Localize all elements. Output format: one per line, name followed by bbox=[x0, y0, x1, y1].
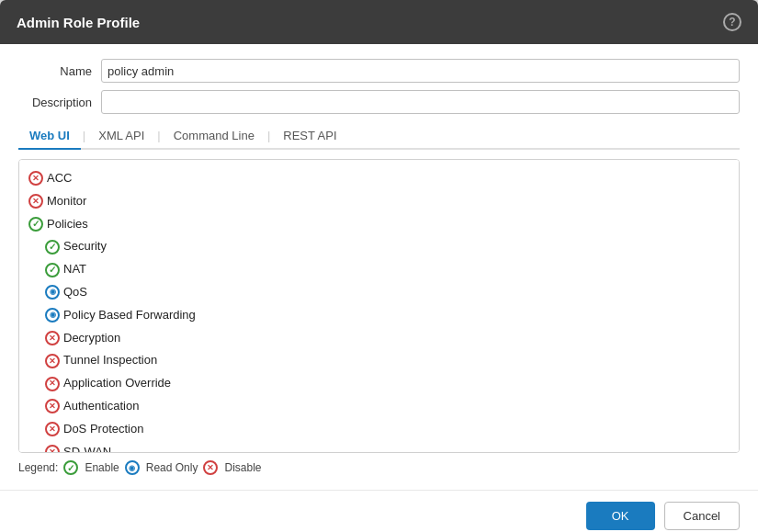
tree-item: Tunnel Inspection bbox=[28, 349, 730, 372]
legend-enable-icon bbox=[63, 460, 78, 475]
legend-disable-icon bbox=[203, 460, 218, 475]
status-icon-enable bbox=[28, 217, 43, 232]
tab-xml-api[interactable]: XML API bbox=[87, 123, 155, 150]
tree-item-label: DoS Protection bbox=[63, 420, 143, 439]
tree-item: Monitor bbox=[28, 190, 730, 213]
tree-item: Authentication bbox=[28, 395, 730, 418]
legend-enable: Enable bbox=[63, 460, 119, 475]
description-label: Description bbox=[18, 96, 101, 109]
status-icon-readonly bbox=[45, 308, 60, 323]
tab-web-ui[interactable]: Web UI bbox=[18, 123, 81, 150]
tab-sep-2: | bbox=[155, 129, 162, 142]
name-row: Name bbox=[18, 59, 740, 83]
legend-readonly: Read Only bbox=[125, 460, 198, 475]
tree-item-label: SD-WAN bbox=[63, 443, 111, 453]
tree-item: NAT bbox=[28, 258, 730, 281]
cancel-button[interactable]: Cancel bbox=[664, 502, 740, 530]
legend: Legend: Enable Read Only Disable bbox=[18, 460, 740, 475]
tree-item: SD-WAN bbox=[28, 441, 730, 453]
tree-item: QoS bbox=[28, 281, 730, 304]
legend-disable: Disable bbox=[203, 460, 261, 475]
tab-command-line[interactable]: Command Line bbox=[163, 123, 266, 150]
status-icon-enable bbox=[45, 240, 60, 255]
tree-item-label: Policies bbox=[47, 215, 88, 234]
status-icon-disable bbox=[45, 377, 60, 391]
dialog-title: Admin Role Profile bbox=[17, 15, 140, 30]
tab-rest-api[interactable]: REST API bbox=[272, 123, 347, 150]
tree-item-label: Application Override bbox=[63, 374, 171, 393]
description-row: Description bbox=[18, 90, 740, 114]
legend-readonly-label: Read Only bbox=[146, 461, 198, 474]
tree-container: ACCMonitorPoliciesSecurityNATQoSPolicy B… bbox=[18, 159, 740, 453]
description-input[interactable] bbox=[101, 90, 740, 114]
tree-item-label: Decryption bbox=[63, 329, 120, 348]
tree-item-label: Security bbox=[63, 237, 107, 256]
legend-readonly-icon bbox=[125, 460, 140, 475]
status-icon-disable bbox=[45, 422, 60, 436]
status-icon-readonly bbox=[45, 285, 60, 300]
legend-prefix: Legend: bbox=[18, 461, 58, 474]
tree-item: Policies bbox=[28, 213, 730, 236]
tree-item-label: Monitor bbox=[47, 192, 86, 211]
status-icon-disable bbox=[45, 445, 60, 453]
tab-sep-3: | bbox=[266, 129, 272, 142]
status-icon-disable bbox=[45, 331, 60, 345]
help-icon[interactable]: ? bbox=[723, 13, 741, 31]
tree-item-label: Policy Based Forwarding bbox=[63, 306, 196, 325]
dialog-footer: OK Cancel bbox=[0, 490, 758, 532]
tree-item: Policy Based Forwarding bbox=[28, 304, 730, 327]
tab-bar: Web UI | XML API | Command Line | REST A… bbox=[18, 123, 740, 150]
status-icon-disable bbox=[28, 194, 43, 209]
tree-item: ACC bbox=[28, 167, 730, 190]
legend-enable-label: Enable bbox=[85, 461, 119, 474]
status-icon-enable bbox=[45, 263, 60, 277]
ok-button[interactable]: OK bbox=[586, 502, 655, 530]
dialog-header: Admin Role Profile ? bbox=[0, 0, 758, 44]
dialog-body: Name Description Web UI | XML API | Comm… bbox=[0, 44, 758, 490]
tree-item-label: QoS bbox=[63, 283, 87, 302]
tab-sep-1: | bbox=[81, 129, 87, 142]
name-label: Name bbox=[18, 64, 101, 78]
name-input[interactable] bbox=[101, 59, 740, 83]
tree-item: DoS Protection bbox=[28, 418, 730, 441]
status-icon-disable bbox=[45, 354, 60, 368]
tree-item: Decryption bbox=[28, 327, 730, 350]
admin-role-profile-dialog: Admin Role Profile ? Name Description We… bbox=[0, 0, 758, 532]
tree-item: Application Override bbox=[28, 372, 730, 395]
tree-item-label: NAT bbox=[63, 260, 86, 279]
tree-item: Security bbox=[28, 235, 730, 258]
status-icon-disable bbox=[28, 171, 43, 186]
status-icon-disable bbox=[45, 399, 60, 413]
tree-item-label: ACC bbox=[47, 169, 72, 188]
tree-item-label: Tunnel Inspection bbox=[63, 351, 157, 370]
tree-item-label: Authentication bbox=[63, 397, 139, 416]
legend-disable-label: Disable bbox=[224, 461, 261, 474]
